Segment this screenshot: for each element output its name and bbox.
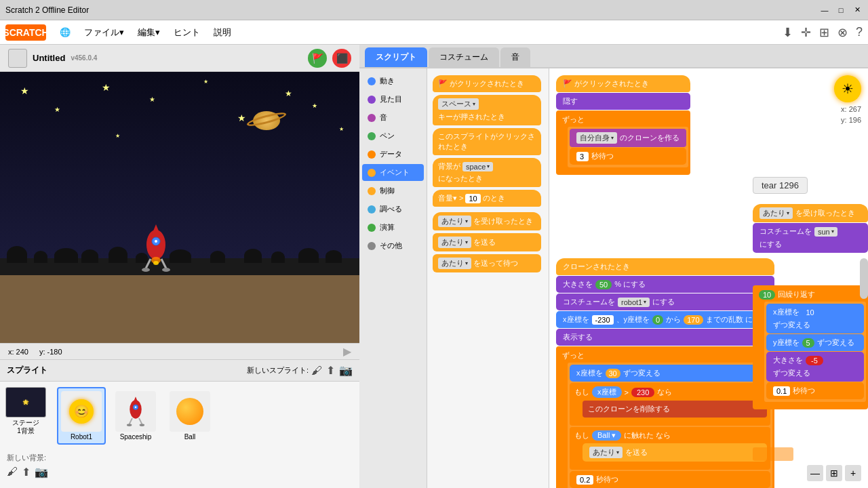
palette-backdrop[interactable]: 背景が space になったとき [433,158,541,187]
y-from[interactable]: 0 [652,315,663,325]
block-show[interactable]: 表示する [556,329,774,346]
sun-costume[interactable]: sun [814,227,837,237]
size-value[interactable]: 50 [595,280,612,289]
atari-broadcast[interactable]: あたり [589,447,623,458]
x-threshold[interactable]: 230 [631,388,654,397]
download-icon[interactable]: ⬇ [783,25,793,40]
block-when-receive[interactable]: あたり を受け取ったとき [753,204,868,222]
cx-val[interactable]: 10 [802,308,818,317]
block-if-ball[interactable]: もし Ball ▾ に触れた なら あたり を送る [570,427,770,470]
ball-dropdown-label[interactable]: Ball ▾ [592,430,621,441]
category-pen[interactable]: ペン [362,127,424,144]
globe-menu[interactable]: 🌐 [54,24,76,40]
maximize-button[interactable]: □ [835,5,846,16]
block-wait-3[interactable]: 3 秒待つ [570,148,686,165]
size-change-val[interactable]: -5 [806,356,823,365]
repeat-count[interactable]: 10 [759,290,775,300]
category-events[interactable]: イベント [362,164,424,181]
camera-sprite-button[interactable]: 📷 [339,364,353,377]
paint-sprite-button[interactable]: 🖌 [311,365,322,377]
category-sound[interactable]: 音 [362,109,424,126]
fullscreen-icon[interactable]: ⊞ [819,25,829,40]
receive-event[interactable]: あたり [760,207,793,219]
zoom-out-button[interactable]: — [807,465,823,481]
block-switch-sun[interactable]: コスチュームを sun にする [753,223,868,253]
palette-broadcast[interactable]: あたり を送る [433,233,541,251]
loudness-value[interactable]: 10 [465,194,480,203]
y-to[interactable]: 170 [684,315,703,325]
tab-costume[interactable]: コスチューム [429,47,499,67]
stage-item[interactable]: 🌟 ステージ1背景 [5,387,46,445]
palette-when-receive[interactable]: あたり を受け取ったとき [433,212,541,230]
clone-target[interactable]: 自分自身 [576,132,617,144]
cy-val[interactable]: 5 [802,338,814,348]
block-clone-self[interactable]: 自分自身 のクローンを作る [570,129,686,147]
wait-value[interactable]: 3 [576,152,589,161]
broadcast-wait-dropdown[interactable]: あたり [438,258,471,269]
zoom-fit-button[interactable]: ⊞ [826,465,842,481]
import-bg-button[interactable]: ⬆ [22,466,31,479]
wait-02-val[interactable]: 0.2 [576,475,593,485]
block-repeat-10[interactable]: 10 回繰り返す x座標を 10 ずつ変える y座標を 5 ずつ変える 大きさを… [753,285,868,409]
palette-broadcast-wait[interactable]: あたり を送って待つ [433,254,541,272]
key-dropdown[interactable]: スペース [438,98,479,110]
category-sensing[interactable]: 調べる [362,201,424,218]
hints-menu[interactable]: ヒント [168,24,205,41]
sprite-robot1[interactable]: 😊 Robot1 [57,387,106,445]
block-hide[interactable]: 隠す [556,93,690,110]
receive-dropdown[interactable]: あたり [438,216,471,227]
block-wait-02[interactable]: 0.2 秒待つ [570,471,770,488]
turbo-icon[interactable]: ⊗ [837,25,848,40]
block-change-y-5[interactable]: y座標を 5 ずつ変える [766,334,864,351]
block-change-x-30[interactable]: x座標を 30 ずつ変える [570,365,770,382]
vertical-scrollbar[interactable] [860,258,868,299]
help-icon[interactable]: ? [856,25,863,39]
palette-sprite-click[interactable]: このスプライトがクリックされたとき [433,128,541,155]
broadcast-dropdown[interactable]: あたり [438,237,471,248]
import-sprite-button[interactable]: ⬆ [326,364,335,377]
block-if-x[interactable]: もし x座標 > 230 なら このクローンを削除する [570,383,770,426]
block-green-flag[interactable]: 🚩 がクリックされたとき [556,75,690,92]
palette-key-press[interactable]: スペース キーが押されたとき [433,95,541,125]
zoom-in-button[interactable]: + [845,465,861,481]
backdrop-dropdown[interactable]: space [462,162,493,171]
stage-canvas[interactable]: ★ ★ ★ ★ ★ ★ ★ ★ ★ ★ [0,72,359,343]
block-forever-2[interactable]: ずっと x座標を 30 ずつ変える もし x座標 > 230 なら このクロ [556,346,774,488]
sprite-ball[interactable]: Ball [165,387,214,445]
minimize-button[interactable]: — [819,5,830,16]
tab-sound[interactable]: 音 [500,47,530,67]
x-from[interactable]: -230 [592,315,614,325]
paint-bg-button[interactable]: 🖌 [7,466,18,479]
edit-menu[interactable]: 編集▾ [132,24,165,41]
block-switch-costume[interactable]: コスチュームを robot1 にする [556,293,774,310]
block-wait-01[interactable]: 0.1 秒待つ [766,382,864,399]
add-icon[interactable]: ✛ [801,25,811,40]
block-set-size[interactable]: 大きさを 50 % にする [556,276,774,293]
palette-loudness[interactable]: 音量▾ > 10 のとき [433,190,541,207]
category-more[interactable]: その他 [362,237,424,254]
block-delete-clone[interactable]: このクローンを削除する [583,401,767,418]
about-menu[interactable]: 説明 [208,24,237,41]
stop-button[interactable]: ⬛ [332,49,351,68]
x-change-val[interactable]: 30 [606,369,620,378]
tab-script[interactable]: スクリプト [365,47,427,67]
category-motion[interactable]: 動き [362,73,424,89]
category-control[interactable]: 制御 [362,182,424,199]
category-operator[interactable]: 演算 [362,219,424,236]
camera-bg-button[interactable]: 📷 [35,466,48,479]
block-broadcast-atari[interactable]: あたり を送る [583,443,767,462]
category-looks[interactable]: 見た目 [362,91,424,108]
block-set-xy[interactable]: x座標を -230 、y座標を 0 から 170 までの乱数 にする [556,311,774,328]
sprite-spaceship[interactable]: Spaceship [111,387,160,445]
wait-01-val[interactable]: 0.1 [773,386,790,396]
block-change-x-10[interactable]: x座標を 10 ずつ変える [766,304,864,333]
category-data[interactable]: データ [362,146,424,163]
file-menu[interactable]: ファイル▾ [79,24,130,41]
palette-green-flag[interactable]: 🚩 がクリックされたとき [433,75,541,92]
block-change-size-minus5[interactable]: 大きさを -5 ずつ変える [766,352,864,382]
block-clone-start[interactable]: クローンされたとき [556,258,774,275]
close-button[interactable]: ✕ [852,5,863,16]
block-forever[interactable]: ずっと 自分自身 のクローンを作る 3 秒待つ [556,110,690,175]
expand-icon[interactable]: ▶ [343,345,351,358]
costume-name[interactable]: robot1 [618,298,650,307]
